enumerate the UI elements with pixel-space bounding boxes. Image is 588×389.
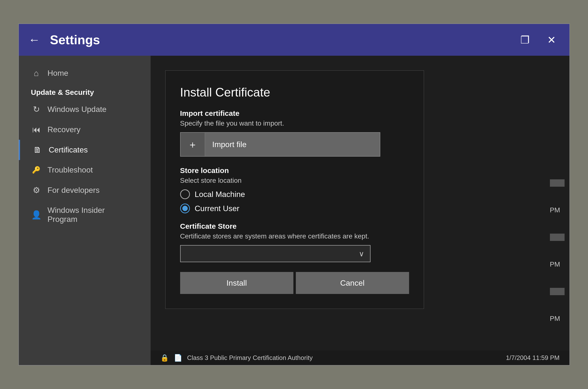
dialog-title: Install Certificate <box>180 85 409 99</box>
main-area: ⌂ Home Update & Security ↻ Windows Updat… <box>19 56 569 365</box>
store-location-section: Store location Select store location Loc… <box>180 166 409 213</box>
sidebar-item-recovery[interactable]: ⏮ Recovery <box>19 120 151 140</box>
cert-footer: 🔒 📄 Class 3 Public Primary Certification… <box>151 350 569 365</box>
sidebar-windows-insider-label: Windows Insider Program <box>48 206 105 224</box>
titlebar-actions: ❐ ✕ <box>516 32 560 48</box>
current-user-label: Current User <box>195 204 239 213</box>
sidebar-section-label: Update & Security <box>19 83 151 99</box>
current-user-radio[interactable] <box>180 203 190 213</box>
troubleshoot-icon: 🔑 <box>31 166 42 174</box>
sidebar-item-windows-insider[interactable]: 👤 Windows Insider Program <box>19 200 151 229</box>
content-area: PM PM PM Install Certificate Import cert… <box>151 56 569 365</box>
dropdown-chevron-icon: ∨ <box>359 250 364 258</box>
import-section-label: Import certificate <box>180 109 409 118</box>
sidebar-for-developers-label: For developers <box>48 186 100 195</box>
local-machine-radio[interactable] <box>180 189 190 199</box>
cert-footer-date: 1/7/2004 11:59 PM <box>506 354 560 362</box>
cert-footer-name: Class 3 Public Primary Certification Aut… <box>187 354 313 362</box>
for-developers-icon: ⚙ <box>31 185 42 195</box>
sidebar-home-label: Home <box>48 69 68 78</box>
home-icon: ⌂ <box>31 68 42 78</box>
cert-store-dropdown[interactable]: ∨ <box>180 245 370 262</box>
windows-update-icon: ↻ <box>31 104 42 114</box>
cert-footer-lock-icon: 🔒 <box>160 354 169 362</box>
local-machine-label: Local Machine <box>195 190 245 199</box>
current-user-option[interactable]: Current User <box>180 203 409 213</box>
dialog-actions: Install Cancel <box>180 272 409 294</box>
import-file-plus-icon: ＋ <box>181 133 205 156</box>
back-button[interactable]: ← <box>28 34 40 46</box>
restore-button[interactable]: ❐ <box>516 32 533 48</box>
install-button[interactable]: Install <box>180 272 293 294</box>
sidebar-item-for-developers[interactable]: ⚙ For developers <box>19 180 151 200</box>
import-section-sublabel: Specify the file you want to import. <box>180 120 409 127</box>
cancel-button[interactable]: Cancel <box>296 272 409 294</box>
cert-store-label: Certificate Store <box>180 222 409 230</box>
cert-footer-cert-icon: 📄 <box>174 354 182 362</box>
cert-store-sublabel: Certificate stores are system areas wher… <box>180 232 409 240</box>
sidebar-troubleshoot-label: Troubleshoot <box>48 165 93 174</box>
import-file-button[interactable]: ＋ Import file <box>180 132 380 157</box>
close-button[interactable]: ✕ <box>543 32 560 48</box>
certificates-icon: 🗎 <box>32 145 43 155</box>
window-title: Settings <box>50 32 516 47</box>
store-location-label: Store location <box>180 166 409 175</box>
app-window: ← Settings ❐ ✕ ⌂ Home Update & Security … <box>18 24 570 365</box>
windows-insider-icon: 👤 <box>31 210 42 220</box>
sidebar-item-certificates[interactable]: 🗎 Certificates <box>19 140 151 160</box>
store-location-sublabel: Select store location <box>180 177 409 185</box>
sidebar-windows-update-label: Windows Update <box>48 105 107 114</box>
recovery-icon: ⏮ <box>31 125 42 134</box>
sidebar-certificates-label: Certificates <box>49 145 88 154</box>
sidebar-recovery-label: Recovery <box>48 125 81 134</box>
install-certificate-dialog: Install Certificate Import certificate S… <box>165 70 424 309</box>
sidebar: ⌂ Home Update & Security ↻ Windows Updat… <box>19 56 151 365</box>
sidebar-item-windows-update[interactable]: ↻ Windows Update <box>19 99 151 120</box>
dialog-overlay: Install Certificate Import certificate S… <box>151 56 569 365</box>
import-file-label: Import file <box>205 140 254 149</box>
sidebar-item-home[interactable]: ⌂ Home <box>19 63 151 83</box>
current-user-radio-fill <box>182 206 188 211</box>
local-machine-option[interactable]: Local Machine <box>180 189 409 199</box>
cert-store-section: Certificate Store Certificate stores are… <box>180 222 409 262</box>
titlebar: ← Settings ❐ ✕ <box>19 24 569 56</box>
sidebar-item-troubleshoot[interactable]: 🔑 Troubleshoot <box>19 160 151 180</box>
